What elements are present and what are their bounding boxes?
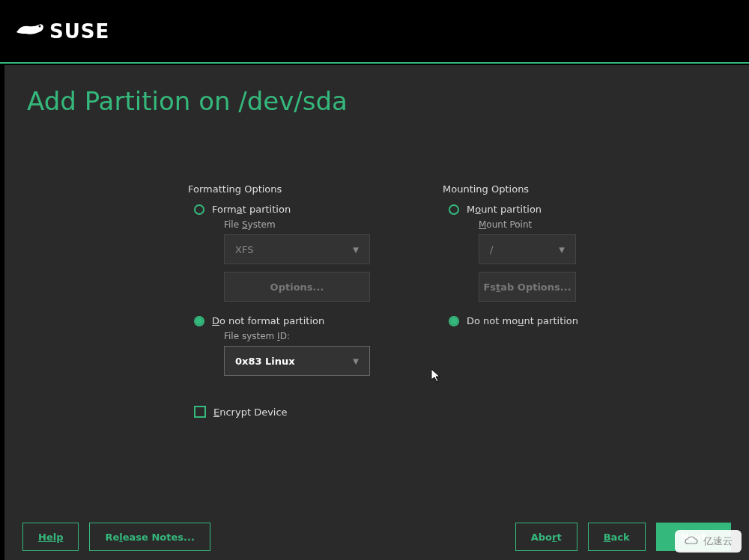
footer: Help Release Notes... Abort Back Next — [4, 523, 749, 551]
mount-partition-label: Mount partition — [467, 204, 542, 215]
mounting-column: Mounting Options Mount partition Mount P… — [443, 183, 652, 418]
footer-left: Help Release Notes... — [22, 523, 210, 551]
mount-point-value: / — [490, 244, 493, 255]
formatting-section-title: Formatting Options — [188, 183, 398, 195]
svg-point-0 — [39, 25, 41, 28]
filesystem-id-dropdown[interactable]: 0x83 Linux ▼ — [224, 346, 370, 376]
chevron-down-icon: ▼ — [559, 246, 565, 254]
help-button[interactable]: Help — [22, 523, 79, 551]
filesystem-options-button: Options... — [224, 272, 370, 302]
do-not-mount-label: Do not mount partition — [467, 315, 578, 326]
do-not-format-radio[interactable] — [194, 316, 204, 326]
filesystem-id-label: File system ID: — [224, 331, 398, 341]
do-not-mount-radio[interactable] — [449, 316, 459, 326]
filesystem-label: File System — [224, 219, 398, 230]
do-not-mount-radio-row[interactable]: Do not mount partition — [449, 315, 652, 326]
encrypt-label: Encrypt Device — [213, 407, 288, 418]
brand-text: SUSE — [49, 20, 109, 43]
encrypt-row[interactable]: Encrypt Device — [194, 406, 398, 418]
format-partition-label: Format partition — [212, 204, 291, 215]
main-panel: Add Partition on /dev/sda Formatting Opt… — [4, 65, 749, 560]
chevron-down-icon: ▼ — [353, 246, 359, 254]
mount-point-label: Mount Point — [479, 219, 652, 230]
watermark: 亿速云 — [675, 530, 742, 553]
mount-partition-radio[interactable] — [449, 204, 459, 215]
content: Formatting Options Format partition File… — [27, 183, 727, 418]
back-button[interactable]: Back — [588, 523, 646, 551]
suse-chameleon-icon — [15, 17, 46, 45]
mount-point-dropdown: / ▼ — [479, 234, 576, 264]
filesystem-id-value: 0x83 Linux — [235, 356, 295, 367]
cloud-icon — [684, 536, 699, 547]
release-notes-button[interactable]: Release Notes... — [89, 523, 210, 551]
do-not-format-radio-row[interactable]: Do not format partition — [194, 315, 398, 326]
format-partition-radio[interactable] — [194, 204, 204, 215]
format-partition-radio-row[interactable]: Format partition — [194, 204, 398, 215]
header: SUSE — [0, 0, 749, 64]
page-title: Add Partition on /dev/sda — [27, 86, 727, 116]
abort-button[interactable]: Abort — [515, 523, 577, 551]
formatting-column: Formatting Options Format partition File… — [188, 183, 398, 418]
filesystem-dropdown: XFS ▼ — [224, 234, 370, 264]
fstab-options-button: Fstab Options... — [479, 272, 576, 302]
mount-partition-radio-row[interactable]: Mount partition — [449, 204, 652, 215]
chevron-down-icon: ▼ — [353, 357, 359, 365]
encrypt-checkbox[interactable] — [194, 406, 206, 418]
filesystem-value: XFS — [235, 244, 253, 255]
mounting-section-title: Mounting Options — [443, 183, 652, 195]
logo: SUSE — [15, 17, 109, 45]
do-not-format-label: Do not format partition — [212, 315, 324, 326]
